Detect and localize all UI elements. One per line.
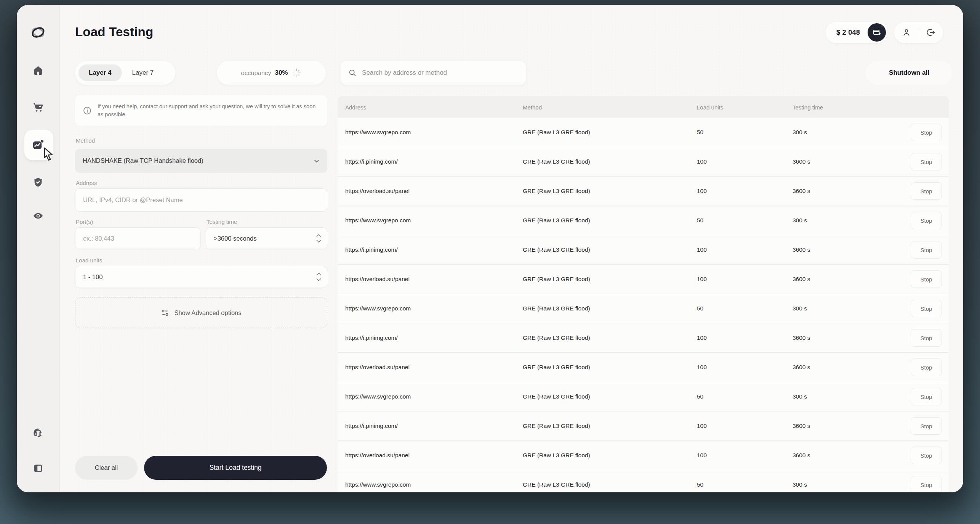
load-units-stepper[interactable] (316, 273, 321, 281)
stop-button[interactable]: Stop (911, 329, 942, 347)
stepper-up-icon (316, 234, 321, 237)
row-address: https://i.pinimg.com/ (345, 158, 398, 165)
tab-layer7[interactable]: Layer 7 (122, 64, 164, 81)
home-icon (32, 64, 44, 76)
row-address: https://overload.su/panel (345, 364, 410, 371)
table-row: https://i.pinimg.com/ GRE (Raw L3 GRE fl… (338, 147, 949, 177)
row-method: GRE (Raw L3 GRE flood) (523, 364, 590, 371)
row-method: GRE (Raw L3 GRE flood) (523, 393, 590, 400)
logout-button[interactable] (926, 28, 935, 37)
balance-widget: $ 2 048 (826, 22, 887, 43)
sidebar-item-monitoring[interactable] (29, 207, 47, 225)
stop-button[interactable]: Stop (911, 300, 942, 317)
show-advanced-options-button[interactable]: Show Advanced options (75, 297, 327, 328)
row-address: https://i.pinimg.com/ (345, 246, 398, 253)
stop-button[interactable]: Stop (911, 447, 942, 464)
row-testing-time: 300 s (793, 217, 807, 224)
info-icon (83, 106, 92, 115)
row-load-units: 100 (697, 276, 707, 283)
show-advanced-options-label: Show Advanced options (174, 309, 241, 317)
stop-button[interactable]: Stop (911, 124, 942, 141)
stop-button[interactable]: Stop (911, 153, 942, 170)
eye-icon (32, 210, 44, 222)
sidebar-item-load-testing[interactable] (29, 136, 47, 154)
row-testing-time: 300 s (793, 393, 807, 400)
stop-button[interactable]: Stop (911, 241, 942, 259)
table-row: https://www.svgrepo.com GRE (Raw L3 GRE … (338, 470, 949, 492)
table-row: https://www.svgrepo.com GRE (Raw L3 GRE … (338, 206, 949, 235)
cart-icon (32, 101, 44, 113)
row-address: https://www.svgrepo.com (345, 481, 411, 488)
row-address: https://overload.su/panel (345, 188, 410, 194)
table-header: Address Method Load units Testing time (338, 96, 949, 118)
address-input[interactable] (75, 188, 327, 212)
stop-button[interactable]: Stop (911, 476, 942, 492)
table-row: https://www.svgrepo.com GRE (Raw L3 GRE … (338, 382, 949, 411)
stop-button[interactable]: Stop (911, 388, 942, 405)
start-load-testing-button[interactable]: Start Load testing (144, 456, 327, 480)
profile-button[interactable] (902, 28, 911, 37)
row-load-units: 100 (697, 334, 707, 341)
table-row: https://www.svgrepo.com GRE (Raw L3 GRE … (338, 294, 949, 323)
search-bar (341, 61, 526, 85)
balance-amount: $ 2 048 (826, 29, 860, 37)
row-method: GRE (Raw L3 GRE flood) (523, 129, 590, 136)
testing-time-field (206, 227, 327, 249)
stop-button[interactable]: Stop (911, 417, 942, 435)
search-input[interactable] (362, 69, 518, 77)
row-load-units: 100 (697, 364, 707, 371)
stepper-down-icon (316, 240, 321, 243)
shield-check-icon (32, 177, 44, 188)
ports-input[interactable] (75, 227, 201, 249)
row-address: https://www.svgrepo.com (345, 217, 411, 224)
clear-all-button[interactable]: Clear all (75, 456, 138, 480)
headset-support-icon (32, 427, 44, 439)
sidebar-item-home[interactable] (29, 61, 47, 79)
table-row: https://i.pinimg.com/ GRE (Raw L3 GRE fl… (338, 411, 949, 441)
row-method: GRE (Raw L3 GRE flood) (523, 305, 590, 312)
row-load-units: 100 (697, 188, 707, 194)
row-testing-time: 3600 s (793, 188, 810, 194)
stop-button[interactable]: Stop (911, 358, 942, 376)
table-row: https://overload.su/panel GRE (Raw L3 GR… (338, 177, 949, 206)
stop-button[interactable]: Stop (911, 212, 942, 229)
table-row: https://i.pinimg.com/ GRE (Raw L3 GRE fl… (338, 323, 949, 353)
sidebar-item-shop[interactable] (29, 98, 47, 116)
sidebar-item-security[interactable] (29, 173, 47, 191)
row-load-units: 50 (697, 217, 703, 224)
shutdown-all-button[interactable]: Shutdown all (866, 61, 953, 85)
row-load-units: 50 (697, 305, 703, 312)
testing-time-input[interactable] (206, 227, 327, 249)
top-up-button[interactable] (868, 23, 886, 42)
app-logo (29, 23, 47, 42)
sidebar (17, 5, 60, 492)
occupancy-widget: occupancy 30% (217, 61, 326, 85)
tab-layer4[interactable]: Layer 4 (78, 64, 122, 81)
stop-button[interactable]: Stop (911, 270, 942, 288)
row-testing-time: 300 s (793, 129, 807, 136)
sidebar-collapse-button[interactable] (29, 459, 47, 477)
table-row: https://overload.su/panel GRE (Raw L3 GR… (338, 353, 949, 382)
tests-table: Address Method Load units Testing time h… (338, 96, 949, 492)
user-icon (902, 28, 911, 37)
table-body: https://www.svgrepo.com GRE (Raw L3 GRE … (338, 118, 949, 492)
row-address: https://overload.su/panel (345, 452, 410, 459)
testing-time-stepper[interactable] (316, 234, 321, 243)
ports-label: Port(s) (76, 219, 93, 225)
address-label: Address (76, 180, 97, 186)
search-icon (348, 68, 357, 77)
load-units-input[interactable] (75, 266, 327, 288)
row-method: GRE (Raw L3 GRE flood) (523, 423, 590, 429)
stop-button[interactable]: Stop (911, 182, 942, 200)
table-row: https://i.pinimg.com/ GRE (Raw L3 GRE fl… (338, 235, 949, 265)
card-plus-icon (873, 28, 881, 37)
account-widget (894, 22, 943, 43)
panel-collapse-icon (33, 463, 43, 474)
method-label: Method (76, 137, 95, 144)
layer-tabs: Layer 4 Layer 7 (75, 61, 175, 85)
sidebar-item-support[interactable] (29, 424, 47, 442)
column-header-method: Method (523, 104, 542, 110)
row-load-units: 100 (697, 246, 707, 253)
method-select[interactable]: HANDSHAKE (Raw TCP Handshake flood) (75, 149, 327, 173)
help-banner-text: If you need help, contact our support an… (98, 103, 320, 119)
